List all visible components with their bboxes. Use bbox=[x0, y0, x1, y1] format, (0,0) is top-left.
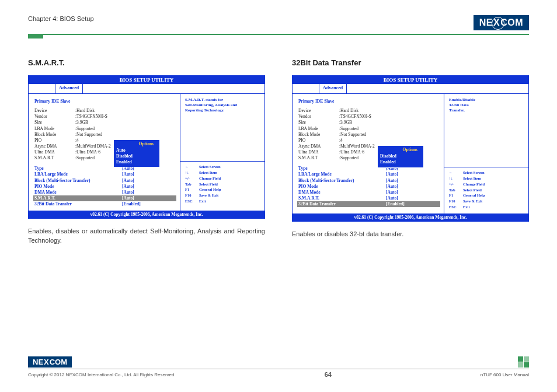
device-info-row: Vendor:TS4GCFX500I-S bbox=[34, 114, 175, 120]
left-column: S.M.A.R.T. BIOS SETUP UTILITY Advanced P… bbox=[28, 58, 265, 246]
options-popup: Options AutoDisabledEnabled bbox=[113, 139, 160, 167]
header-tick bbox=[28, 34, 43, 38]
nav-key-row: ESCExit bbox=[185, 198, 260, 204]
nav-key-row: ↑↓Select Item bbox=[449, 176, 524, 181]
manual-name: nTUF 600 User Manual bbox=[481, 372, 529, 377]
brand-pre: NE bbox=[479, 18, 493, 28]
bios-option-row[interactable]: 32Bit Data Transfer[Enabled] bbox=[297, 201, 440, 207]
bios-tabs: Advanced bbox=[293, 84, 528, 94]
device-info-row: Vendor:TS4GCFX500I-S bbox=[298, 114, 439, 120]
footer-logo: NE X COM bbox=[28, 356, 72, 368]
bios-option-row[interactable]: Block (Multi-Sector Transfer)[Auto] bbox=[298, 178, 439, 184]
chapter-label: Chapter 4: BIOS Setup bbox=[28, 15, 94, 22]
nav-key-row: F10Save & Exit bbox=[449, 198, 524, 204]
device-info-row: Size:3.9GB bbox=[34, 120, 175, 125]
help-text: Enable/Disable32-bit DataTransfer. bbox=[449, 97, 524, 113]
help-text: S.M.A.R.T. stands forSelf-Monitoring, An… bbox=[185, 97, 260, 113]
bios-option-row[interactable]: 32Bit Data Transfer[Enabled] bbox=[34, 201, 175, 207]
bios-option-row[interactable]: S.M.A.R.T.[Auto] bbox=[33, 195, 176, 201]
tab-advanced[interactable]: Advanced bbox=[319, 84, 347, 93]
footer-squares-icon bbox=[518, 356, 529, 368]
bios-section-header: Primary IDE Slave bbox=[34, 99, 175, 104]
bios-section-header: Primary IDE Slave bbox=[298, 99, 439, 104]
brand-x-icon: X bbox=[44, 358, 49, 366]
device-info-row: LBA Mode:Supported bbox=[298, 126, 439, 132]
left-section-title: S.M.A.R.T. bbox=[28, 58, 265, 67]
nav-key-row: TabSelect Field bbox=[185, 181, 260, 187]
tab-advanced[interactable]: Advanced bbox=[55, 84, 83, 93]
device-info-row: Block Mode:Not Supported bbox=[34, 132, 175, 138]
popup-title: Options bbox=[380, 147, 421, 153]
bios-option-row[interactable]: LBA/Large Mode[Auto] bbox=[34, 172, 175, 177]
bios-option-row[interactable]: S.M.A.R.T.[Auto] bbox=[298, 195, 439, 201]
footer-copyright: Copyright © 2012 NEXCOM International Co… bbox=[28, 372, 176, 377]
popup-option[interactable]: Auto bbox=[116, 148, 157, 153]
nav-key-row: ←Select Screen bbox=[185, 164, 260, 170]
bios-tabs: Advanced bbox=[29, 84, 264, 94]
device-info-row: LBA Mode:Supported bbox=[34, 126, 175, 132]
bios-option-row[interactable]: DMA Mode[Auto] bbox=[34, 190, 175, 195]
popup-option[interactable]: Disabled bbox=[380, 153, 421, 159]
nav-key-row: ESCExit bbox=[449, 204, 524, 210]
page-footer: NE X COM Copyright © 2012 NEXCOM Interna… bbox=[28, 356, 529, 378]
nav-help: ←Select Screen↑↓Select Item+/-Change Fie… bbox=[449, 170, 524, 209]
device-info-row: Size:3.9GB bbox=[298, 120, 439, 125]
nav-key-row: F10Save & Exit bbox=[185, 192, 260, 198]
bios-title: BIOS SETUP UTILITY bbox=[293, 76, 528, 84]
bios-copyright: v02.61 (C) Copyright 1985-2006, American… bbox=[29, 211, 264, 218]
right-description: Enables or disables 32-bt data transfer. bbox=[292, 230, 529, 239]
brand-x-icon: X bbox=[493, 18, 500, 28]
bios-option-row[interactable]: LBA/Large Mode[Auto] bbox=[298, 172, 439, 177]
nav-key-row: F1General Help bbox=[185, 187, 260, 192]
popup-title: Options bbox=[116, 141, 157, 147]
bios-copyright: v02.61 (C) Copyright 1985-2006, American… bbox=[293, 214, 528, 221]
device-info-row: Device:Hard Disk bbox=[34, 108, 175, 114]
bios-title: BIOS SETUP UTILITY bbox=[29, 76, 264, 84]
bios-option-row[interactable]: PIO Mode[Auto] bbox=[34, 184, 175, 190]
nav-help: ←Select Screen↑↓Select Item+/-Change Fie… bbox=[185, 164, 260, 204]
brand-logo: NE X COM bbox=[474, 15, 529, 30]
nav-key-row: ↑↓Select Item bbox=[185, 170, 260, 176]
bios-panel-left: BIOS SETUP UTILITY Advanced Primary IDE … bbox=[28, 75, 265, 219]
bios-option-row[interactable]: DMA Mode[Auto] bbox=[298, 190, 439, 195]
bios-option-row[interactable]: Block (Multi-Sector Transfer)[Auto] bbox=[34, 178, 175, 184]
popup-option[interactable]: Disabled bbox=[116, 153, 157, 159]
left-description: Enables, disables or automatically detec… bbox=[28, 227, 265, 246]
popup-option[interactable]: Enabled bbox=[116, 159, 157, 165]
bios-panel-right: BIOS SETUP UTILITY Advanced Primary IDE … bbox=[292, 75, 529, 222]
options-popup: Options DisabledEnabled bbox=[377, 145, 424, 168]
nav-key-row: +/-Change Field bbox=[449, 181, 524, 187]
nav-key-row: F1General Help bbox=[449, 192, 524, 198]
popup-option[interactable]: Enabled bbox=[380, 159, 421, 165]
nav-key-row: +/-Change Field bbox=[185, 176, 260, 181]
right-column: 32Bit Data Transfer BIOS SETUP UTILITY A… bbox=[292, 58, 529, 246]
page-number: 64 bbox=[325, 371, 332, 378]
device-info-row: Block Mode:Not Supported bbox=[298, 132, 439, 138]
nav-key-row: ←Select Screen bbox=[449, 170, 524, 176]
nav-key-row: TabSelect Field bbox=[449, 187, 524, 193]
device-info-row: Device:Hard Disk bbox=[298, 108, 439, 114]
right-section-title: 32Bit Data Transfer bbox=[292, 58, 529, 67]
bios-option-row[interactable]: PIO Mode[Auto] bbox=[298, 184, 439, 190]
device-info-row: PIO:4 bbox=[298, 138, 439, 144]
